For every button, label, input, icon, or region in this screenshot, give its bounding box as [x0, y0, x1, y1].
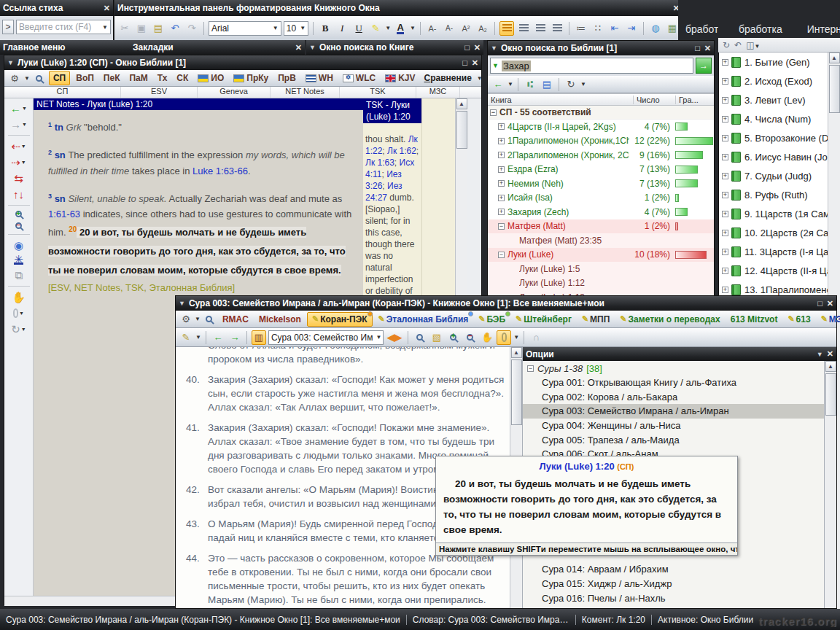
justify-icon[interactable]	[550, 21, 564, 36]
gear-icon[interactable]: ⚙	[179, 312, 193, 327]
verse-input[interactable]: Введите стих (F4) ▼	[16, 20, 111, 34]
search-result-row[interactable]: + Исайя (Isa) 1 (2%)	[488, 191, 714, 206]
close-icon[interactable]: ✕	[295, 43, 302, 52]
book-module-tab[interactable]: ✎Штейнберг	[511, 313, 576, 326]
book-module-tab[interactable]: ✎МЗС	[817, 313, 840, 326]
book-tree-item[interactable]: + 4. Числа (Num)	[719, 109, 840, 128]
background-tab-internet-2[interactable]: Интернет	[807, 23, 840, 35]
find-in-page-icon[interactable]	[413, 330, 427, 345]
search-group-row[interactable]: − СП - 55 соответствий	[488, 106, 714, 120]
undo-icon[interactable]: ↶	[168, 21, 182, 36]
bible-module-tab[interactable]: KJV	[381, 71, 419, 85]
panel-menu-icon[interactable]: ▼	[179, 300, 185, 307]
zoom-in-icon[interactable]	[446, 330, 461, 345]
align-left-icon[interactable]	[499, 21, 514, 36]
search-result-row[interactable]: + 1Паралипоменон (Хроник,1Chr) 12 (22%)	[488, 134, 714, 149]
expand-icon[interactable]: +	[722, 78, 728, 85]
paste-icon[interactable]: ▤	[151, 21, 166, 36]
prev-next-chapter-icons[interactable]: ◀▶	[386, 330, 403, 345]
chevron-down-icon[interactable]: ▼	[270, 25, 279, 31]
search-icon[interactable]	[202, 312, 217, 327]
scroll-thumb[interactable]	[456, 111, 467, 149]
go-to-verse-button[interactable]: >	[2, 20, 14, 34]
panel-menu-icon[interactable]: ▼	[309, 44, 316, 51]
new-window-icon[interactable]: ▧	[429, 330, 444, 345]
panel-menu-icon[interactable]: ▼	[7, 59, 14, 66]
expand-icon[interactable]: +	[722, 59, 728, 66]
maximize-icon[interactable]: □	[695, 44, 700, 52]
book-module-tab[interactable]: ✎613	[783, 313, 814, 326]
options-panel-header[interactable]: Опции ▼ ✕	[523, 347, 836, 361]
list-view-icon[interactable]: ▤	[540, 77, 554, 92]
superscript-button[interactable]: A²	[459, 21, 473, 36]
search-result-row[interactable]: + Неемия (Neh) 7 (13%)	[488, 176, 714, 191]
sura-item[interactable]: Сура 014: Авраам / Ибрахим	[523, 562, 824, 577]
font-size-select[interactable]: 10 ▼	[284, 21, 308, 36]
paperclip-icon[interactable]: ▼	[13, 308, 24, 319]
expand-icon[interactable]: +	[722, 249, 728, 255]
sura-item[interactable]: Сура 004: Женщины / аль-Ниса	[523, 419, 824, 433]
search-result-row[interactable]: − Матфея (Matt) 1 (2%)	[488, 219, 714, 234]
sura-group-row[interactable]: − Суры 1-38 [38]	[523, 361, 824, 376]
back-arrow-icon[interactable]: ←	[211, 330, 225, 345]
book-module-tab[interactable]: ✎Коран-ПЭК	[307, 312, 373, 327]
forward-arrow-icon[interactable]: →	[228, 330, 242, 345]
scroll-thumb[interactable]	[825, 373, 836, 416]
column-header[interactable]: ESV	[121, 87, 198, 98]
close-icon[interactable]: ✕	[104, 4, 110, 13]
book-module-tab[interactable]: ✎МПП	[578, 313, 614, 326]
run-search-button[interactable]: →	[696, 58, 712, 74]
book-window-titlebar[interactable]: ▼ Сура 003: Семейство Имрана / аль-Имран…	[176, 296, 836, 311]
redo-icon[interactable]: ↷	[184, 21, 199, 36]
underline-button[interactable]: U	[351, 21, 366, 36]
zoom-out-icon[interactable]	[15, 222, 22, 229]
next-reference-icon[interactable]: ⇢▼	[11, 157, 26, 168]
close-icon[interactable]: ✕	[472, 58, 478, 68]
expand-icon[interactable]: +	[498, 195, 505, 201]
shrink-font-button[interactable]: A-	[442, 21, 456, 36]
search-result-row[interactable]: + 4Царств (II-я Царей, 2Kgs) 4 (7%)	[488, 120, 714, 134]
bible-module-tab[interactable]: ПрВ	[274, 71, 300, 85]
book-tree-item[interactable]: + 10. 2Царств (2я Саму	[719, 223, 840, 242]
book-module-tab[interactable]: ✎Mickelson	[254, 313, 306, 326]
hand-pan-icon[interactable]: ✋	[12, 292, 26, 303]
font-family-select[interactable]: Arial ▼	[209, 21, 281, 36]
search-result-row[interactable]: Луки (Luke) 1:12	[488, 276, 714, 291]
decrease-indent-icon[interactable]: ⇤	[607, 21, 622, 36]
chevron-down-icon[interactable]: ▼	[297, 25, 306, 31]
expand-icon[interactable]: +	[722, 211, 728, 217]
bible-module-tab[interactable]: WLC	[339, 71, 379, 85]
book-search-panel-header[interactable]: ▼ Окно поиска по Книге □ ✕	[306, 40, 483, 55]
column-header[interactable]: Geneva	[198, 87, 271, 98]
formatting-toolbar-titlebar[interactable]: Инструментальная панель форматирования К…	[114, 0, 682, 16]
sura-item[interactable]: Сура 001: Открывающая Книгу / аль-Фатиха	[523, 376, 824, 390]
book-tree-item[interactable]: + 11. 3Царств (I-я Царе	[719, 242, 840, 261]
chevron-down-icon[interactable]: ▼	[24, 75, 30, 82]
book-tree-item[interactable]: + 3. Левит (Lev)	[719, 90, 840, 109]
search-result-row[interactable]: Матфея (Matt) 23:35	[488, 233, 714, 248]
verse-up-down-icons[interactable]: ↑↓	[13, 189, 24, 200]
insert-image-icon[interactable]: ▦	[665, 21, 680, 36]
bible-module-tab[interactable]: Тх	[154, 71, 171, 85]
book-tree-item[interactable]: + 7. Судьи (Judg)	[719, 166, 840, 185]
maximize-icon[interactable]: □	[462, 58, 467, 67]
book-module-tab[interactable]: ✎Эталонная Библия	[374, 313, 473, 326]
scroll-thumb[interactable]	[829, 65, 840, 113]
grow-font-button[interactable]: A-	[425, 21, 440, 36]
italic-button[interactable]: I	[335, 21, 349, 36]
sura-item[interactable]: Сура 002: Корова / аль-Бакара	[523, 390, 824, 405]
book-tree-item[interactable]: + 5. Второзаконие (De	[719, 128, 840, 147]
align-right-icon[interactable]	[533, 21, 548, 36]
expand-icon[interactable]: +	[722, 116, 728, 122]
bible-search-titlebar[interactable]: ▼ Окно поиска по Библии [1] □ ✕	[488, 41, 714, 55]
increase-indent-icon[interactable]: ⇥	[624, 21, 639, 36]
refresh-icon[interactable]: ↻	[723, 40, 730, 50]
refresh-icon[interactable]: ↻	[564, 77, 578, 92]
close-icon[interactable]: ✕	[827, 349, 833, 359]
book-module-tab[interactable]: ✎Заметки о переводах	[615, 313, 724, 326]
back-arrow-icon[interactable]: ←▼	[10, 103, 27, 114]
expand-icon[interactable]: +	[498, 180, 505, 187]
column-header[interactable]: NET Notes	[271, 87, 340, 98]
bookmarks-panel-header[interactable]: Закладки ✕	[130, 40, 305, 55]
column-book[interactable]: Книга	[488, 96, 634, 104]
